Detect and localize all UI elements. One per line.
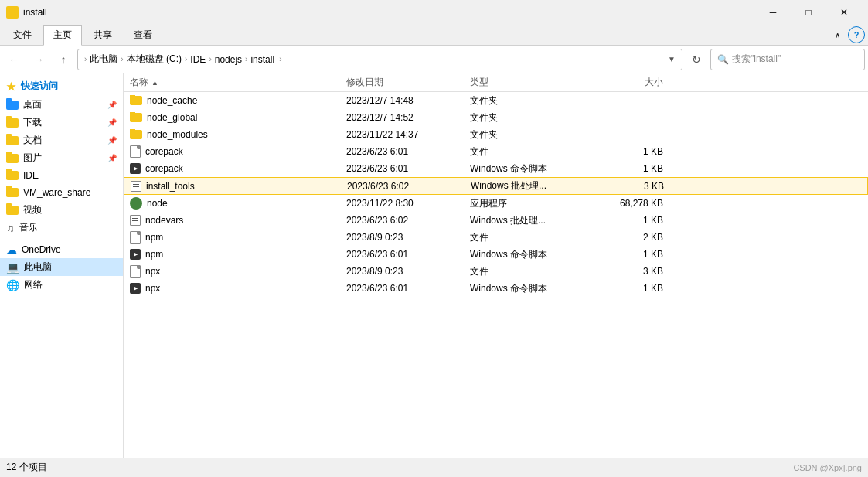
breadcrumb-separator-2: › (185, 55, 187, 63)
sidebar-item-video[interactable]: 视频 (0, 201, 123, 219)
file-date-cell: 2023/11/22 8:30 (346, 198, 470, 209)
back-button[interactable]: ← (3, 49, 25, 70)
file-date-cell: 2023/11/22 14:37 (346, 129, 470, 140)
file-date-cell: 2023/6/23 6:01 (346, 163, 470, 174)
file-name-cell: npm (130, 231, 346, 244)
music-icon: ♫ (6, 222, 15, 234)
tab-home[interactable]: 主页 (43, 25, 82, 46)
col-header-size[interactable]: 大小 (586, 76, 663, 89)
search-bar[interactable]: 🔍 搜索"install" (710, 49, 865, 70)
title-folder-icon (6, 6, 19, 19)
help-button[interactable]: ? (848, 26, 865, 43)
table-row[interactable]: npx 2023/8/9 0:23 文件 3 KB (124, 263, 868, 280)
file-size-cell: 2 KB (586, 232, 663, 243)
downloads-folder-icon (6, 118, 19, 128)
file-name: corepack (145, 163, 183, 174)
table-row[interactable]: npm 2023/8/9 0:23 文件 2 KB (124, 229, 868, 246)
breadcrumb-separator-3: › (209, 55, 211, 63)
file-date-cell: 2023/12/7 14:52 (346, 112, 470, 123)
pin-icon-documents: 📌 (107, 136, 117, 145)
sidebar-item-desktop[interactable]: 桌面 📌 (0, 96, 123, 114)
table-row[interactable]: corepack 2023/6/23 6:01 文件 1 KB (124, 143, 868, 160)
breadcrumb-nodejs[interactable]: nodejs (215, 54, 242, 65)
table-row[interactable]: npx 2023/6/23 6:01 Windows 命令脚本 1 KB (124, 280, 868, 297)
table-row[interactable]: node 2023/11/22 8:30 应用程序 68,278 KB (124, 195, 868, 212)
sidebar-item-onedrive[interactable]: ☁ OneDrive (0, 241, 123, 258)
table-row[interactable]: corepack 2023/6/23 6:01 Windows 命令脚本 1 K… (124, 160, 868, 177)
folder-icon (130, 130, 142, 139)
window-title: install (23, 7, 47, 18)
node-icon (130, 197, 142, 210)
file-name-cell: node_global (130, 112, 346, 123)
sidebar-item-this-pc[interactable]: 💻 此电脑 (0, 258, 123, 276)
file-name-cell: npm (130, 249, 346, 260)
address-dropdown-arrow[interactable]: ▼ (668, 55, 676, 63)
sidebar-item-vmware[interactable]: VM_ware_share (0, 184, 123, 201)
breadcrumb-this-pc[interactable]: 此电脑 (90, 53, 117, 66)
sort-arrow-icon: ▲ (151, 79, 158, 87)
file-name-cell: node (130, 197, 346, 210)
file-size-cell: 1 KB (586, 249, 663, 260)
tab-file[interactable]: 文件 (3, 25, 42, 45)
sidebar-item-this-pc-label: 此电脑 (24, 261, 117, 274)
table-row[interactable]: npm 2023/6/23 6:01 Windows 命令脚本 1 KB (124, 246, 868, 263)
sidebar-item-ide[interactable]: IDE (0, 167, 123, 184)
sidebar-item-ide-label: IDE (23, 170, 117, 181)
sidebar-item-music[interactable]: ♫ 音乐 (0, 219, 123, 237)
file-date-cell: 2023/12/7 14:48 (346, 95, 470, 106)
maximize-button[interactable]: □ (791, 0, 826, 25)
tab-share[interactable]: 共享 (83, 25, 122, 45)
sidebar-item-network[interactable]: 🌐 网络 (0, 276, 123, 294)
breadcrumb-drive[interactable]: 本地磁盘 (C:) (127, 53, 182, 66)
address-bar[interactable]: › 此电脑 › 本地磁盘 (C:) › IDE › nodejs › insta… (77, 49, 682, 70)
minimize-button[interactable]: ─ (755, 0, 791, 25)
table-row[interactable]: node_modules 2023/11/22 14:37 文件夹 (124, 126, 868, 143)
file-date-cell: 2023/8/9 0:23 (346, 266, 470, 277)
file-size-cell: 1 KB (586, 146, 663, 157)
close-button[interactable]: ✕ (826, 0, 862, 25)
table-row[interactable]: node_cache 2023/12/7 14:48 文件夹 (124, 92, 868, 109)
col-header-name[interactable]: 名称 ▲ (130, 76, 346, 89)
pictures-folder-icon (6, 154, 19, 163)
window-controls: ─ □ ✕ (755, 0, 862, 25)
sidebar-item-downloads[interactable]: 下载 📌 (0, 114, 123, 131)
file-date-cell: 2023/6/23 6:01 (346, 249, 470, 260)
tab-view[interactable]: 查看 (124, 25, 162, 45)
documents-folder-icon (6, 136, 19, 145)
status-bar: 12 个项目 CSDN @Xpx|.png (0, 458, 868, 476)
file-name: npx (145, 266, 160, 277)
sidebar-item-documents[interactable]: 文档 📌 (0, 131, 123, 149)
quick-access-label: 快速访问 (21, 80, 58, 93)
file-icon (130, 145, 141, 158)
sidebar-item-pictures-label: 图片 (23, 152, 103, 165)
bat-icon (131, 181, 141, 192)
refresh-button[interactable]: ↻ (686, 49, 707, 70)
col-header-date[interactable]: 修改日期 (346, 76, 470, 89)
up-button[interactable]: ↑ (53, 49, 74, 70)
file-name: node_modules (147, 129, 208, 140)
file-icon (130, 231, 141, 244)
ribbon-expand-area: ∧ ? (829, 26, 865, 43)
sidebar-item-network-label: 网络 (24, 278, 117, 291)
ribbon-expand-button[interactable]: ∧ (829, 27, 845, 43)
file-name: npm (145, 249, 163, 260)
sidebar-item-video-label: 视频 (23, 203, 117, 216)
this-pc-icon: 💻 (6, 261, 19, 274)
table-row[interactable]: nodevars 2023/6/23 6:02 Windows 批处理... 1… (124, 212, 868, 229)
sidebar-item-music-label: 音乐 (19, 221, 117, 234)
file-type-cell: 文件 (470, 231, 586, 244)
file-date-cell: 2023/8/9 0:23 (346, 232, 470, 243)
table-row[interactable]: node_global 2023/12/7 14:52 文件夹 (124, 109, 868, 126)
file-name-cell: npx (130, 283, 346, 294)
file-type-cell: Windows 批处理... (470, 214, 586, 227)
breadcrumb-ide[interactable]: IDE (190, 54, 206, 65)
file-size-cell: 3 KB (586, 266, 663, 277)
folder-icon (130, 96, 142, 105)
file-name-cell: node_modules (130, 129, 346, 140)
cmd-icon (130, 163, 141, 174)
forward-button[interactable]: → (28, 49, 49, 70)
sidebar-item-pictures[interactable]: 图片 📌 (0, 149, 123, 167)
col-header-type[interactable]: 类型 (470, 76, 586, 89)
file-list-body: node_cache 2023/12/7 14:48 文件夹 node_glob… (124, 92, 868, 458)
table-row[interactable]: install_tools 2023/6/23 6:02 Windows 批处理… (124, 177, 868, 195)
